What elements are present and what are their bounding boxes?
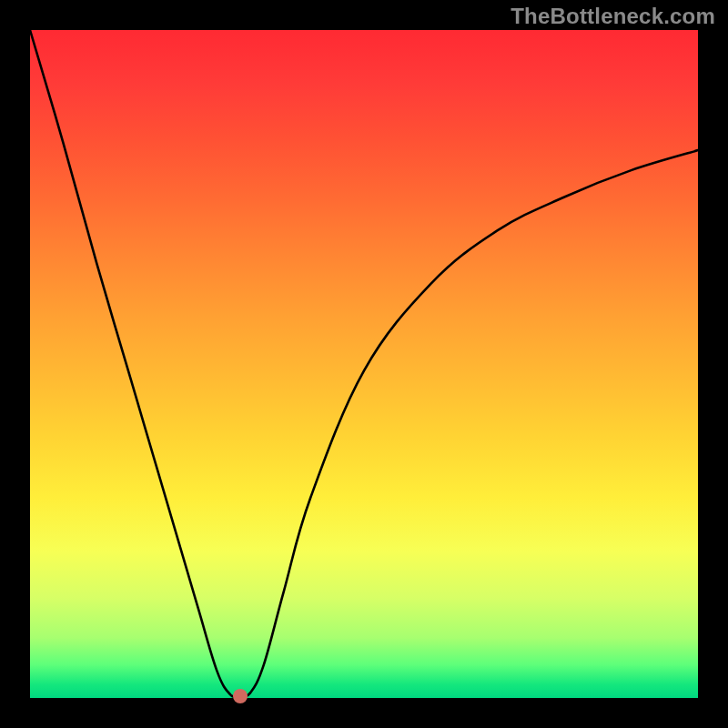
curve-path xyxy=(30,30,698,697)
minimum-marker xyxy=(233,689,248,703)
watermark-label: TheBottleneck.com xyxy=(511,4,715,29)
line-series xyxy=(30,30,698,698)
chart-frame: TheBottleneck.com xyxy=(0,0,728,728)
plot-area xyxy=(30,30,698,698)
